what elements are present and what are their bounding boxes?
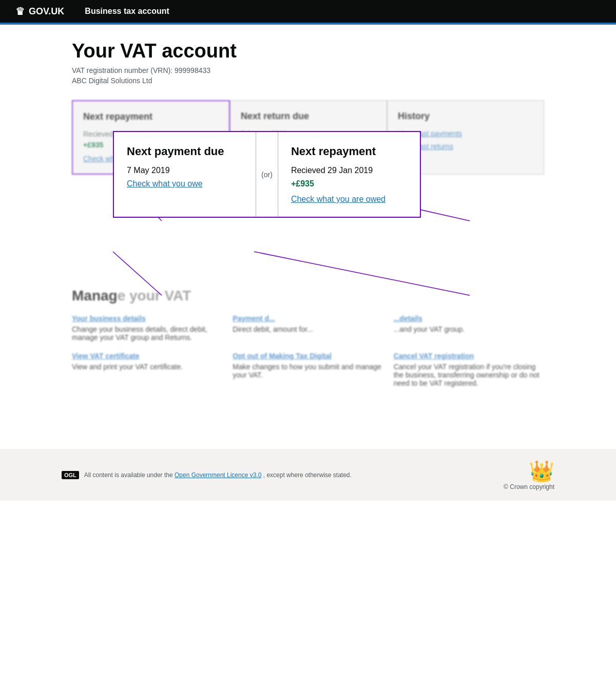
- vat-certificate-link[interactable]: View VAT certificate: [72, 352, 222, 360]
- company-name: ABC Digital Solutions Ltd: [72, 77, 544, 85]
- overlay-left-panel: Next payment due 7 May 2019 Check what y…: [114, 132, 256, 217]
- footer-license-link[interactable]: Open Government Licence v3.0: [175, 471, 261, 479]
- manage-item-1: Payment d... Direct debit, amount for...: [233, 314, 383, 342]
- manage-item-5-desc: Cancel your VAT registration if you're c…: [394, 363, 544, 387]
- crown-copyright-icon: 👑: [504, 459, 554, 483]
- footer-inner: OGL All content is available under the O…: [62, 459, 554, 490]
- overlay-payment-date: 7 May 2019: [127, 166, 243, 175]
- gov-logo[interactable]: ♛ GOV.UK: [15, 5, 64, 17]
- manage-item-2: ...details ...and your VAT group.: [394, 314, 544, 342]
- overlay-repayment-amount: +£935: [291, 179, 407, 188]
- site-footer: OGL All content is available under the O…: [0, 449, 616, 501]
- footer-right: 👑 © Crown copyright: [504, 459, 554, 490]
- manage-item-2-desc: ...and your VAT group.: [394, 325, 544, 333]
- gov-logo-text: GOV.UK: [29, 6, 64, 17]
- manage-item-3: View VAT certificate View and print your…: [72, 352, 222, 387]
- manage-item-3-desc: View and print your VAT certificate.: [72, 363, 222, 371]
- vrn-label: VAT registration number (VRN): 999998433: [72, 66, 544, 74]
- page-body: Next repayment Recieved 29 Jan 2019 +£93…: [72, 100, 544, 387]
- overlay-payment-heading: Next payment due: [127, 145, 243, 158]
- overlay-box: Next payment due 7 May 2019 Check what y…: [113, 131, 421, 218]
- manage-heading: Manage your VAT: [72, 288, 544, 304]
- check-what-owe-link[interactable]: Check what you owe: [127, 179, 203, 188]
- next-return-heading: Next return due: [241, 111, 376, 122]
- manage-item-5: Cancel VAT registration Cancel your VAT …: [394, 352, 544, 387]
- crown-copyright-text: © Crown copyright: [504, 483, 554, 490]
- cancel-vat-link[interactable]: Cancel VAT registration: [394, 352, 544, 360]
- vat-group-link[interactable]: ...details: [394, 314, 544, 323]
- footer-left: OGL All content is available under the O…: [62, 471, 352, 479]
- overlay-popup: Next payment due 7 May 2019 Check what y…: [113, 131, 421, 218]
- manage-item-0-desc: Change your business details, direct deb…: [72, 325, 222, 342]
- overlay-check-owed-link[interactable]: Check what you are owed: [291, 195, 386, 203]
- manage-section: Manage your VAT Your business details Ch…: [72, 288, 544, 387]
- overlay-repayment-heading: Next repayment: [291, 145, 407, 158]
- main-content: Your VAT account VAT registration number…: [62, 25, 554, 418]
- overlay-repayment-date: Recieved 29 Jan 2019: [291, 166, 407, 175]
- manage-item-4-desc: Make changes to how you submit and manag…: [233, 363, 383, 379]
- ogl-badge: OGL: [62, 471, 79, 479]
- manage-grid: Your business details Change your busine…: [72, 314, 544, 387]
- header-title: Business tax account: [85, 7, 169, 16]
- history-heading: History: [398, 111, 533, 122]
- payment-details-link[interactable]: Payment d...: [233, 314, 383, 323]
- your-business-details-link[interactable]: Your business details: [72, 314, 222, 323]
- next-repayment-heading: Next repayment: [83, 111, 219, 122]
- overlay-or-divider: (or): [256, 132, 278, 217]
- footer-license-text: All content is available under the Open …: [84, 471, 352, 479]
- overlay-right-panel: Next repayment Recieved 29 Jan 2019 +£93…: [278, 132, 420, 217]
- or-label: (or): [261, 171, 273, 179]
- manage-item-0: Your business details Change your busine…: [72, 314, 222, 342]
- site-header: ♛ GOV.UK Business tax account: [0, 0, 616, 25]
- manage-item-1-desc: Direct debit, amount for...: [233, 325, 383, 333]
- page-title: Your VAT account: [72, 40, 544, 62]
- manage-item-4: Opt out of Making Tax Digital Make chang…: [233, 352, 383, 387]
- crown-icon: ♛: [15, 5, 25, 17]
- opt-out-mtd-link[interactable]: Opt out of Making Tax Digital: [233, 352, 383, 360]
